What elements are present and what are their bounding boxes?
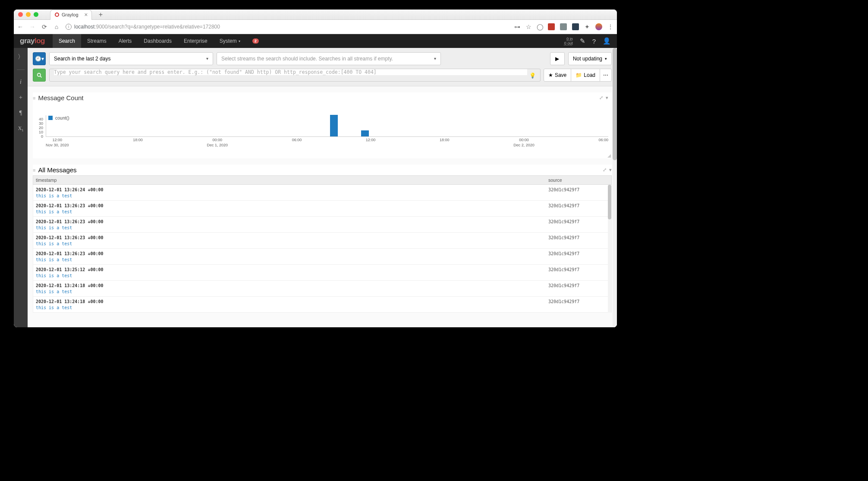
streams-select[interactable]: Select streams the search should include… [217, 52, 441, 65]
add-icon[interactable]: + [19, 94, 22, 101]
tab-close-icon[interactable]: × [84, 11, 88, 18]
user-icon[interactable]: 👤 [603, 37, 611, 45]
graylog-logo[interactable]: graylog [20, 37, 45, 45]
x-tick: 18:00 [440, 138, 450, 147]
extension-icon[interactable] [560, 23, 567, 30]
camera-icon[interactable]: ◯ [537, 23, 543, 30]
time-range-select[interactable]: Search in the last 2 days [49, 52, 213, 65]
message-row[interactable]: 2020-12-01 13:26:23 +00:00320d1c9429f7th… [33, 233, 611, 249]
panel-menu-icon[interactable]: ▾ [606, 95, 608, 101]
load-search-button[interactable]: 📁 Load [571, 69, 600, 82]
notification-badge[interactable]: 2 [252, 38, 259, 44]
messages-scrollbar[interactable] [608, 185, 611, 313]
histogram-chart: 403020100 12:00Nov 30, 202018:0000:00Dec… [33, 115, 612, 158]
info-icon[interactable]: i [20, 79, 22, 85]
drag-handle-icon[interactable]: ≡ [33, 168, 35, 173]
nav-system[interactable]: System▾ [214, 34, 246, 48]
x-axis: 12:00Nov 30, 202018:0000:00Dec 1, 202006… [46, 138, 608, 147]
edit-icon[interactable]: ✎ [580, 37, 585, 45]
resize-handle[interactable] [607, 153, 611, 158]
variable-icon[interactable]: X1 [18, 125, 24, 132]
nav-dashboards[interactable]: Dashboards [138, 34, 178, 48]
home-icon[interactable]: ⌂ [53, 23, 60, 30]
star-icon[interactable]: ☆ [525, 23, 531, 30]
extension-icon[interactable] [572, 23, 579, 30]
run-search-button[interactable]: ▶ [550, 52, 565, 65]
message-row[interactable]: 2020-12-01 13:26:24 +00:00320d1c9429f7th… [33, 185, 611, 201]
expand-sidebar-icon[interactable]: 〉 [18, 53, 24, 61]
help-icon[interactable]: ? [592, 38, 596, 45]
message-row[interactable]: 2020-12-01 13:26:23 +00:00320d1c9429f7th… [33, 249, 611, 265]
mac-titlebar: Graylog × + [14, 9, 617, 20]
drag-handle-icon[interactable]: ≡ [33, 95, 35, 101]
th-timestamp[interactable]: timestamp [36, 177, 548, 183]
message-timestamp: 2020-12-01 13:26:23 +00:00 [36, 251, 548, 256]
scrollbar-thumb[interactable] [608, 185, 611, 219]
save-search-button[interactable]: ★ Save [544, 69, 571, 82]
profile-avatar[interactable] [595, 23, 602, 30]
nav-search[interactable]: Search [53, 34, 81, 48]
message-timestamp: 2020-12-01 13:24:18 +00:00 [36, 299, 548, 304]
search-query-input[interactable]: 💡 [49, 69, 541, 82]
collapse-icon[interactable]: ⤢ [599, 95, 603, 101]
extension-icon[interactable] [548, 23, 555, 30]
url-host: localhost [74, 24, 94, 30]
message-row[interactable]: 2020-12-01 13:26:23 +00:00320d1c9429f7th… [33, 201, 611, 217]
url-bar[interactable]: i localhost :9000/search?q=&rangetype=re… [66, 24, 508, 30]
mac-minimize-button[interactable] [26, 12, 31, 17]
y-axis: 403020100 [33, 117, 43, 135]
paragraph-icon[interactable]: ¶ [19, 110, 22, 117]
panel-menu-icon[interactable]: ▾ [609, 167, 612, 173]
site-info-icon[interactable]: i [66, 24, 72, 30]
graylog-app: graylog SearchStreamsAlertsDashboardsEnt… [14, 34, 617, 327]
browser-window: Graylog × + ← → ⟳ ⌂ i localhost :9000/se… [14, 9, 617, 327]
main-content: 🕘▾ Search in the last 2 days Select stre… [28, 48, 617, 327]
message-row[interactable]: 2020-12-01 13:25:12 +00:00320d1c9429f7th… [33, 265, 611, 281]
extensions-puzzle-icon[interactable]: ✦ [584, 23, 590, 30]
app-body: 〉 i + ¶ X1 🕘▾ Search in the last 2 days … [14, 48, 617, 327]
collapse-icon[interactable]: ⤢ [603, 167, 607, 173]
message-body: this is a test [36, 289, 609, 294]
nav-alerts[interactable]: Alerts [113, 34, 138, 48]
new-tab-button[interactable]: + [96, 11, 106, 19]
th-source[interactable]: source [548, 177, 609, 183]
reload-icon[interactable]: ⟳ [41, 23, 47, 30]
browser-tab[interactable]: Graylog × [50, 9, 92, 20]
mac-fullscreen-button[interactable] [34, 12, 38, 17]
browser-right-icons: ⊶ ☆ ◯ ✦ ⋮ [514, 23, 613, 30]
chart-bar[interactable] [330, 115, 338, 136]
chart-bar[interactable] [361, 130, 369, 136]
key-icon[interactable]: ⊶ [514, 23, 520, 30]
message-row[interactable]: 2020-12-01 13:26:23 +00:00320d1c9429f7th… [33, 217, 611, 233]
mac-close-button[interactable] [18, 12, 23, 17]
message-row[interactable]: 2020-12-01 13:24:18 +00:00320d1c9429f7th… [33, 281, 611, 297]
back-icon[interactable]: ← [17, 23, 23, 30]
search-submit-button[interactable] [33, 69, 46, 82]
message-body: this is a test [36, 225, 609, 230]
x-tick: 18:00 [133, 138, 143, 147]
scrollbar-thumb[interactable] [613, 48, 617, 160]
x-tick: 06:00 [292, 138, 302, 147]
message-source: 320d1c9429f7 [548, 251, 609, 256]
query-field[interactable] [54, 69, 527, 75]
nav-streams[interactable]: Streams [81, 34, 113, 48]
nav-enterprise[interactable]: Enterprise [178, 34, 214, 48]
forward-icon[interactable]: → [29, 23, 35, 30]
main-nav: SearchStreamsAlertsDashboardsEnterpriseS… [53, 34, 246, 48]
message-row[interactable]: 2020-12-01 13:24:18 +00:00320d1c9429f7th… [33, 297, 611, 313]
message-timestamp: 2020-12-01 13:25:12 +00:00 [36, 267, 548, 272]
refresh-interval-select[interactable]: Not updating ▾ [568, 52, 612, 65]
search-controls: 🕘▾ Search in the last 2 days Select stre… [28, 48, 617, 86]
more-actions-button[interactable]: ⋯ [600, 69, 612, 82]
browser-menu-icon[interactable]: ⋮ [607, 23, 613, 30]
svg-line-1 [40, 76, 41, 77]
time-range-button[interactable]: 🕘▾ [33, 52, 46, 65]
app-header: graylog SearchStreamsAlertsDashboardsEnt… [14, 34, 617, 48]
lightbulb-icon[interactable]: 💡 [529, 73, 536, 79]
x-tick: 00:00Dec 1, 2020 [207, 138, 228, 147]
message-body: this is a test [36, 257, 609, 262]
panel-title: Message Count [38, 94, 83, 101]
tab-title: Graylog [62, 12, 79, 17]
message-body: this is a test [36, 273, 609, 278]
main-scrollbar[interactable] [613, 48, 617, 327]
